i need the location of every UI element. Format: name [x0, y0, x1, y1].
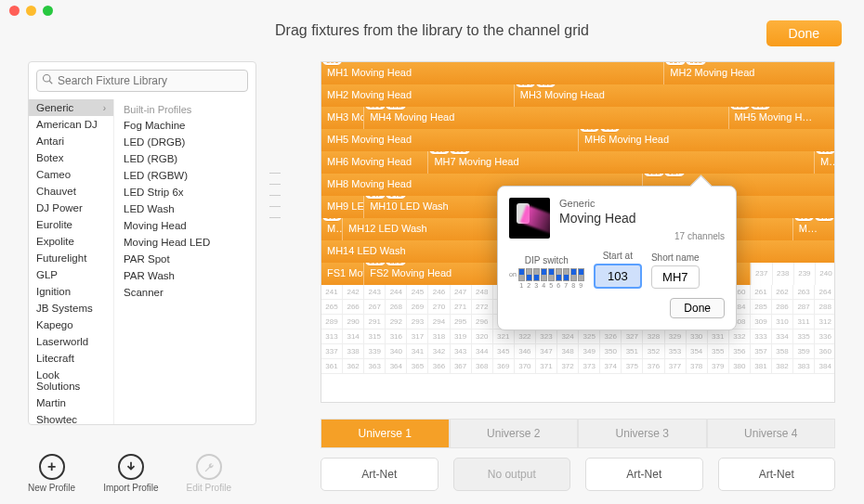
brand-item[interactable]: Laserworld — [29, 333, 113, 350]
grid-cell[interactable]: 247 — [451, 285, 472, 299]
grid-row[interactable]: MH5 Moving HeadMH6 Moving Head085086 — [321, 129, 834, 151]
grid-cell[interactable]: 312 — [815, 315, 835, 329]
grid-cell[interactable]: 333 — [751, 330, 772, 343]
grid-cell[interactable]: 366 — [428, 359, 450, 373]
fixture-block[interactable]: MH2 Moving Head017018 — [664, 62, 835, 84]
grid-cell[interactable]: 344 — [472, 344, 493, 358]
grid-cell[interactable]: 358 — [772, 344, 793, 358]
grid-cell[interactable]: 326 — [600, 330, 622, 343]
grid-cell[interactable]: 361 — [321, 359, 343, 373]
dip-switch-toggle[interactable] — [556, 268, 562, 281]
profile-item[interactable]: LED Wash — [114, 200, 255, 217]
grid-cell[interactable]: 375 — [622, 359, 643, 373]
grid-cell[interactable]: 325 — [579, 330, 600, 343]
grid-cell[interactable]: 237 — [751, 263, 772, 285]
profile-item[interactable]: Moving Head LED — [114, 234, 255, 251]
grid-cell[interactable]: 351 — [622, 344, 643, 358]
dip-switch-toggle[interactable] — [526, 268, 532, 281]
fixture-block[interactable]: MH9 LED … — [321, 196, 364, 218]
grid-cell[interactable]: 244 — [386, 285, 407, 299]
grid-cell[interactable]: 372 — [557, 359, 579, 373]
grid-cell[interactable]: 310 — [772, 315, 793, 329]
fixture-block[interactable]: MH2 Moving Head — [321, 84, 515, 107]
grid-cell[interactable]: 379 — [708, 359, 729, 373]
grid-cell[interactable]: 266 — [343, 300, 364, 314]
grid-cell[interactable]: 261 — [751, 285, 772, 299]
dip-switch-toggle[interactable] — [548, 268, 555, 281]
new-profile-button[interactable]: + New Profile — [28, 454, 75, 493]
brand-item[interactable]: JB Systems — [29, 300, 113, 317]
universe-tab[interactable]: Universe 3 — [578, 419, 707, 448]
popover-done-button[interactable]: Done — [670, 298, 725, 318]
grid-cell[interactable]: 378 — [687, 359, 708, 373]
start-at-input[interactable] — [594, 264, 642, 289]
grid-cell[interactable]: 296 — [472, 315, 493, 329]
fixture-block[interactable]: MH3 Moving Head034035 — [515, 84, 835, 107]
grid-cell[interactable]: 348 — [557, 344, 579, 358]
brand-item[interactable]: Futurelight — [29, 250, 113, 266]
grid-cell[interactable]: 336 — [815, 330, 835, 343]
grid-cell[interactable]: 340 — [386, 344, 407, 358]
grid-cell[interactable]: 380 — [729, 359, 751, 373]
profile-item[interactable]: Moving Head — [114, 217, 255, 234]
grid-cell[interactable]: 311 — [793, 315, 815, 329]
grid-cell[interactable]: 370 — [515, 359, 536, 373]
grid-cell[interactable]: 373 — [579, 359, 600, 373]
output-selector[interactable]: Art-Net — [321, 458, 439, 491]
grid-cell[interactable]: 264 — [815, 285, 835, 299]
output-selector[interactable]: Art-Net — [718, 458, 836, 491]
grid-cell[interactable]: 262 — [772, 285, 793, 299]
grid-cell[interactable]: 342 — [428, 344, 450, 358]
zoom-icon[interactable] — [43, 6, 53, 16]
grid-cell[interactable]: 328 — [643, 330, 664, 343]
grid-cell[interactable]: 363 — [364, 359, 386, 373]
drag-handle-icon[interactable] — [269, 167, 281, 223]
grid-cell[interactable]: 246 — [428, 285, 450, 299]
profile-item[interactable]: LED (RGB) — [114, 150, 255, 167]
brand-item[interactable]: Litecraft — [29, 350, 113, 367]
grid-cell[interactable]: 271 — [451, 300, 472, 314]
grid-cell[interactable]: 321 — [493, 330, 515, 343]
grid-cell[interactable]: 359 — [793, 344, 815, 358]
profile-item[interactable]: Fog Machine — [114, 117, 255, 134]
grid-cell[interactable]: 294 — [428, 315, 450, 329]
grid-cell[interactable]: 330 — [687, 330, 708, 343]
grid-cell[interactable]: 267 — [364, 300, 386, 314]
brand-item[interactable]: Antari — [29, 133, 113, 149]
grid-cell[interactable]: 369 — [493, 359, 515, 373]
grid-cell[interactable]: 290 — [343, 315, 364, 329]
brand-item[interactable]: Look Solutions — [29, 367, 113, 394]
grid-cell[interactable]: 309 — [751, 315, 772, 329]
brand-item[interactable]: GLP — [29, 266, 113, 283]
grid-cell[interactable]: 242 — [343, 285, 364, 299]
grid-cell[interactable]: 248 — [472, 285, 493, 299]
fixture-block[interactable]: M…191192 — [793, 218, 835, 240]
grid-cell[interactable]: 347 — [536, 344, 557, 358]
fixture-block[interactable]: FS1 Movi… — [321, 263, 364, 285]
grid-row[interactable]: 3373383393403413423433443453463473483493… — [321, 344, 834, 359]
grid-cell[interactable]: 377 — [665, 359, 687, 373]
grid-cell[interactable]: 345 — [493, 344, 515, 358]
grid-cell[interactable]: 354 — [687, 344, 708, 358]
output-selector[interactable]: Art-Net — [585, 458, 703, 491]
fixture-block[interactable]: M…119120 — [815, 151, 835, 174]
profile-item[interactable]: LED (DRGB) — [114, 134, 255, 150]
grid-cell[interactable]: 329 — [665, 330, 687, 343]
brand-item[interactable]: Showtec — [29, 411, 113, 424]
grid-cell[interactable]: 334 — [772, 330, 793, 343]
grid-cell[interactable]: 318 — [428, 330, 450, 343]
grid-cell[interactable]: 327 — [622, 330, 643, 343]
grid-cell[interactable]: 357 — [751, 344, 772, 358]
grid-cell[interactable]: 349 — [579, 344, 600, 358]
grid-cell[interactable]: 316 — [386, 330, 407, 343]
brand-item[interactable]: Martin — [29, 394, 113, 411]
universe-tab[interactable]: Universe 4 — [707, 419, 836, 448]
grid-cell[interactable]: 241 — [321, 285, 343, 299]
grid-cell[interactable]: 286 — [772, 300, 793, 314]
fixture-block[interactable]: MH7 Moving Head102103 — [428, 151, 815, 174]
profile-item[interactable]: PAR Wash — [114, 267, 255, 284]
grid-cell[interactable]: 338 — [343, 344, 364, 358]
dip-switch-toggle[interactable] — [533, 268, 540, 281]
grid-cell[interactable]: 346 — [515, 344, 536, 358]
dip-switch[interactable]: 123456789 — [518, 268, 584, 289]
